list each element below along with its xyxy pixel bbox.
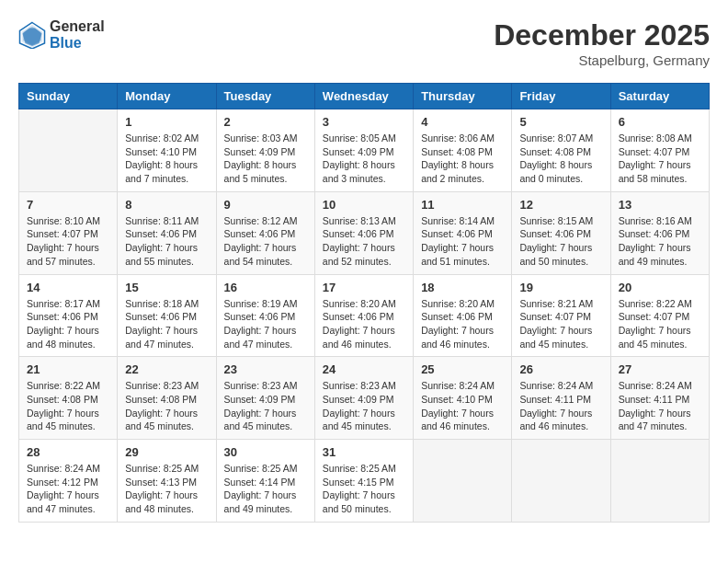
calendar-cell: 23Sunrise: 8:23 AMSunset: 4:09 PMDayligh… [216, 357, 314, 440]
day-info: Sunrise: 8:11 AMSunset: 4:06 PMDaylight:… [125, 214, 208, 269]
day-info: Sunrise: 8:25 AMSunset: 4:15 PMDaylight:… [323, 462, 405, 516]
logo: General Blue [18, 18, 105, 51]
day-number: 10 [323, 198, 405, 212]
calendar-cell: 16Sunrise: 8:19 AMSunset: 4:06 PMDayligh… [216, 274, 314, 357]
calendar-cell: 25Sunrise: 8:24 AMSunset: 4:10 PMDayligh… [414, 357, 512, 440]
day-info: Sunrise: 8:10 AMSunset: 4:07 PMDaylight:… [27, 214, 109, 269]
day-number: 2 [224, 115, 307, 129]
day-info: Sunrise: 8:19 AMSunset: 4:06 PMDaylight:… [224, 297, 307, 351]
day-info: Sunrise: 8:24 AMSunset: 4:11 PMDaylight:… [619, 379, 701, 433]
day-number: 8 [125, 198, 208, 212]
day-number: 24 [323, 362, 405, 376]
day-info: Sunrise: 8:15 AMSunset: 4:06 PMDaylight:… [519, 214, 602, 269]
day-info: Sunrise: 8:16 AMSunset: 4:06 PMDaylight:… [619, 214, 701, 269]
day-number: 23 [224, 362, 307, 376]
day-info: Sunrise: 8:24 AMSunset: 4:11 PMDaylight:… [519, 379, 602, 433]
day-info: Sunrise: 8:07 AMSunset: 4:08 PMDaylight:… [519, 132, 602, 186]
calendar-cell [414, 440, 512, 523]
day-info: Sunrise: 8:20 AMSunset: 4:06 PMDaylight:… [323, 297, 405, 351]
calendar-cell: 12Sunrise: 8:15 AMSunset: 4:06 PMDayligh… [512, 191, 610, 274]
calendar-cell: 2Sunrise: 8:03 AMSunset: 4:09 PMDaylight… [216, 109, 314, 192]
day-number: 26 [519, 362, 602, 376]
calendar-week-3: 14Sunrise: 8:17 AMSunset: 4:06 PMDayligh… [19, 274, 710, 357]
day-number: 4 [421, 115, 504, 129]
day-info: Sunrise: 8:22 AMSunset: 4:07 PMDaylight:… [619, 297, 701, 351]
day-number: 18 [421, 281, 504, 294]
day-info: Sunrise: 8:18 AMSunset: 4:06 PMDaylight:… [125, 297, 208, 351]
calendar-cell: 13Sunrise: 8:16 AMSunset: 4:06 PMDayligh… [610, 191, 709, 274]
day-number: 7 [27, 198, 109, 212]
day-number: 14 [27, 281, 109, 294]
day-number: 30 [224, 445, 307, 459]
day-number: 28 [27, 445, 109, 459]
day-info: Sunrise: 8:06 AMSunset: 4:08 PMDaylight:… [421, 132, 504, 186]
logo-general-text: General [50, 18, 105, 35]
day-number: 21 [27, 362, 109, 376]
day-number: 31 [323, 445, 405, 459]
calendar-week-1: 1Sunrise: 8:02 AMSunset: 4:10 PMDaylight… [19, 109, 710, 192]
day-number: 9 [224, 198, 307, 212]
day-info: Sunrise: 8:23 AMSunset: 4:08 PMDaylight:… [125, 379, 208, 433]
calendar-table: Sunday Monday Tuesday Wednesday Thursday… [18, 83, 710, 523]
day-number: 20 [619, 281, 701, 294]
calendar-cell: 31Sunrise: 8:25 AMSunset: 4:15 PMDayligh… [314, 440, 413, 523]
day-number: 19 [519, 281, 602, 294]
calendar-cell: 19Sunrise: 8:21 AMSunset: 4:07 PMDayligh… [512, 274, 610, 357]
calendar-cell: 15Sunrise: 8:18 AMSunset: 4:06 PMDayligh… [118, 274, 216, 357]
month-title: December 2025 [494, 18, 710, 52]
day-info: Sunrise: 8:14 AMSunset: 4:06 PMDaylight:… [421, 214, 504, 269]
col-tuesday: Tuesday [216, 84, 314, 109]
day-info: Sunrise: 8:13 AMSunset: 4:06 PMDaylight:… [323, 214, 405, 269]
calendar-cell: 30Sunrise: 8:25 AMSunset: 4:14 PMDayligh… [216, 440, 314, 523]
day-info: Sunrise: 8:03 AMSunset: 4:09 PMDaylight:… [224, 132, 307, 186]
logo-text: General Blue [50, 18, 105, 51]
day-info: Sunrise: 8:12 AMSunset: 4:06 PMDaylight:… [224, 214, 307, 269]
calendar-cell: 20Sunrise: 8:22 AMSunset: 4:07 PMDayligh… [610, 274, 709, 357]
page-header: General Blue December 2025 Stapelburg, G… [18, 18, 710, 68]
day-number: 6 [619, 115, 701, 129]
calendar-cell: 7Sunrise: 8:10 AMSunset: 4:07 PMDaylight… [19, 191, 118, 274]
day-number: 11 [421, 198, 504, 212]
calendar-cell: 29Sunrise: 8:25 AMSunset: 4:13 PMDayligh… [118, 440, 216, 523]
day-number: 15 [125, 281, 208, 294]
calendar-cell: 8Sunrise: 8:11 AMSunset: 4:06 PMDaylight… [118, 191, 216, 274]
day-number: 25 [421, 362, 504, 376]
day-number: 1 [125, 115, 208, 129]
col-saturday: Saturday [610, 84, 709, 109]
day-info: Sunrise: 8:23 AMSunset: 4:09 PMDaylight:… [323, 379, 405, 433]
day-number: 17 [323, 281, 405, 294]
calendar-cell [19, 109, 118, 192]
day-info: Sunrise: 8:22 AMSunset: 4:08 PMDaylight:… [27, 379, 109, 433]
day-number: 3 [323, 115, 405, 129]
calendar-cell: 24Sunrise: 8:23 AMSunset: 4:09 PMDayligh… [314, 357, 413, 440]
calendar-cell: 14Sunrise: 8:17 AMSunset: 4:06 PMDayligh… [19, 274, 118, 357]
calendar-cell: 18Sunrise: 8:20 AMSunset: 4:06 PMDayligh… [414, 274, 512, 357]
day-info: Sunrise: 8:02 AMSunset: 4:10 PMDaylight:… [125, 132, 208, 186]
title-block: December 2025 Stapelburg, Germany [494, 18, 710, 68]
calendar-cell: 6Sunrise: 8:08 AMSunset: 4:07 PMDaylight… [610, 109, 709, 192]
day-info: Sunrise: 8:25 AMSunset: 4:13 PMDaylight:… [125, 462, 208, 516]
day-info: Sunrise: 8:24 AMSunset: 4:12 PMDaylight:… [27, 462, 109, 516]
location-text: Stapelburg, Germany [494, 52, 710, 68]
calendar-cell: 22Sunrise: 8:23 AMSunset: 4:08 PMDayligh… [118, 357, 216, 440]
day-info: Sunrise: 8:21 AMSunset: 4:07 PMDaylight:… [519, 297, 602, 351]
calendar-cell: 27Sunrise: 8:24 AMSunset: 4:11 PMDayligh… [610, 357, 709, 440]
col-monday: Monday [118, 84, 216, 109]
day-info: Sunrise: 8:25 AMSunset: 4:14 PMDaylight:… [224, 462, 307, 516]
calendar-header-row: Sunday Monday Tuesday Wednesday Thursday… [19, 84, 710, 109]
calendar-cell: 5Sunrise: 8:07 AMSunset: 4:08 PMDaylight… [512, 109, 610, 192]
day-info: Sunrise: 8:08 AMSunset: 4:07 PMDaylight:… [619, 132, 701, 186]
calendar-cell: 1Sunrise: 8:02 AMSunset: 4:10 PMDaylight… [118, 109, 216, 192]
calendar-cell: 4Sunrise: 8:06 AMSunset: 4:08 PMDaylight… [414, 109, 512, 192]
col-wednesday: Wednesday [314, 84, 413, 109]
day-number: 27 [619, 362, 701, 376]
day-number: 12 [519, 198, 602, 212]
day-info: Sunrise: 8:05 AMSunset: 4:09 PMDaylight:… [323, 132, 405, 186]
calendar-cell: 9Sunrise: 8:12 AMSunset: 4:06 PMDaylight… [216, 191, 314, 274]
calendar-cell: 3Sunrise: 8:05 AMSunset: 4:09 PMDaylight… [314, 109, 413, 192]
day-info: Sunrise: 8:20 AMSunset: 4:06 PMDaylight:… [421, 297, 504, 351]
logo-blue-text: Blue [50, 35, 105, 52]
calendar-cell [512, 440, 610, 523]
calendar-week-4: 21Sunrise: 8:22 AMSunset: 4:08 PMDayligh… [19, 357, 710, 440]
col-thursday: Thursday [414, 84, 512, 109]
